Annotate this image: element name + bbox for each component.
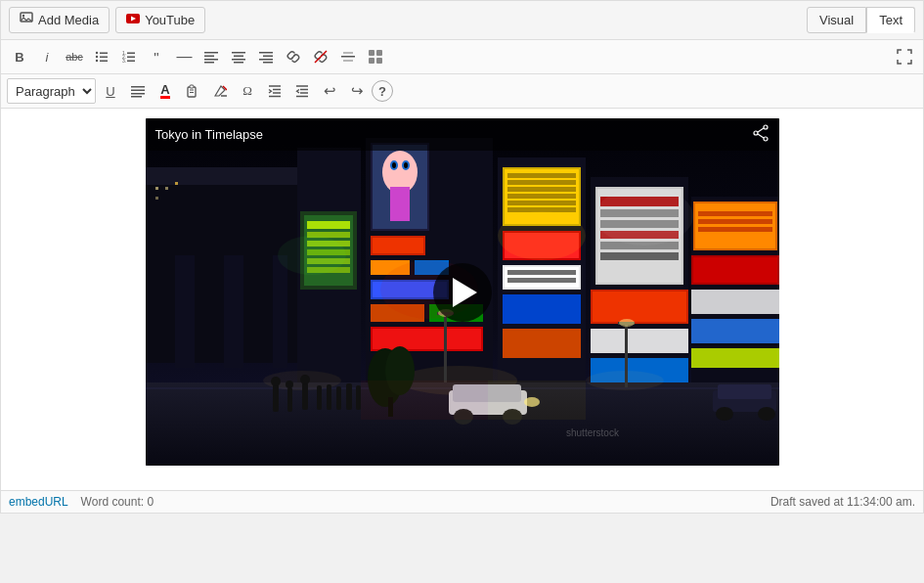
svg-point-179 [498, 211, 586, 260]
add-media-button[interactable]: Add Media [9, 7, 110, 33]
bold-button[interactable]: B [7, 44, 32, 69]
svg-line-59 [758, 134, 764, 138]
svg-rect-24 [259, 52, 273, 54]
svg-rect-175 [488, 381, 586, 420]
svg-rect-11 [127, 53, 135, 55]
svg-point-55 [764, 125, 768, 129]
svg-rect-139 [691, 348, 779, 368]
justify-button[interactable] [125, 78, 151, 104]
svg-rect-9 [100, 61, 108, 63]
svg-rect-136 [693, 257, 777, 283]
share-icon[interactable] [752, 124, 770, 145]
svg-point-152 [716, 407, 733, 421]
svg-point-153 [758, 407, 775, 421]
svg-rect-174 [361, 381, 488, 420]
svg-rect-90 [373, 238, 423, 253]
view-toggle: Visual Text [807, 7, 915, 33]
svg-rect-68 [165, 187, 168, 190]
svg-rect-154 [273, 384, 279, 412]
svg-rect-112 [507, 270, 576, 275]
svg-rect-126 [593, 292, 686, 322]
svg-rect-84 [390, 187, 410, 221]
svg-rect-138 [691, 319, 779, 343]
embed-url-link[interactable]: embedURL [9, 495, 67, 509]
content-area[interactable]: Tokyo in Timelapse [1, 109, 923, 490]
svg-rect-18 [204, 59, 218, 61]
svg-rect-21 [234, 56, 243, 58]
svg-rect-17 [204, 56, 214, 58]
unordered-list-button[interactable] [89, 44, 114, 69]
horizontal-rule-button[interactable]: — [171, 44, 197, 69]
svg-rect-104 [507, 187, 576, 192]
undo-button[interactable]: ↩ [317, 78, 342, 104]
top-toolbar-left: Add Media YouTube [9, 7, 205, 33]
svg-rect-69 [155, 197, 158, 200]
svg-point-155 [271, 377, 281, 386]
svg-point-177 [278, 236, 346, 275]
svg-rect-151 [718, 384, 771, 399]
svg-rect-74 [307, 221, 350, 229]
svg-line-28 [291, 55, 295, 59]
video-title-bar: Tokyo in Timelapse [146, 118, 779, 151]
special-char-button[interactable]: Ω [235, 78, 260, 104]
status-bar: embedURL Word count: 0 Draft saved at 11… [1, 490, 923, 513]
align-right-button[interactable] [253, 44, 279, 69]
video-embed: Tokyo in Timelapse [146, 118, 779, 466]
svg-rect-22 [232, 59, 245, 61]
toolbar-toggle-button[interactable] [363, 44, 388, 69]
svg-rect-65 [224, 255, 243, 368]
svg-rect-160 [317, 385, 322, 410]
play-button[interactable] [433, 263, 492, 322]
svg-point-6 [96, 56, 98, 58]
svg-rect-27 [263, 62, 273, 64]
svg-rect-16 [204, 52, 218, 54]
insert-link-button[interactable] [281, 44, 306, 69]
svg-point-1 [22, 15, 24, 17]
unlink-button[interactable] [308, 44, 333, 69]
svg-rect-168 [444, 314, 447, 382]
text-color-button[interactable]: A [153, 78, 178, 104]
svg-point-4 [96, 52, 98, 54]
align-center-button[interactable] [226, 44, 251, 69]
insert-readmore-button[interactable] [335, 44, 361, 69]
svg-rect-39 [131, 93, 145, 95]
svg-rect-30 [341, 56, 355, 58]
underline-button[interactable]: U [98, 78, 123, 104]
decrease-indent-button[interactable] [289, 78, 315, 104]
blockquote-button[interactable]: " [144, 44, 169, 69]
svg-rect-105 [507, 194, 576, 199]
ordered-list-button[interactable]: 1.2.3. [116, 44, 142, 69]
increase-indent-button[interactable] [262, 78, 287, 104]
fullscreen-button[interactable] [892, 44, 917, 69]
youtube-button[interactable]: YouTube [115, 7, 205, 33]
paste-as-text-button[interactable] [180, 78, 205, 104]
svg-rect-132 [698, 211, 772, 216]
svg-rect-36 [376, 58, 382, 64]
svg-rect-20 [232, 52, 245, 54]
clear-formatting-button[interactable] [207, 78, 233, 104]
svg-rect-161 [327, 384, 331, 410]
svg-rect-38 [131, 90, 145, 92]
svg-rect-131 [695, 203, 775, 248]
help-button[interactable]: ? [372, 80, 393, 102]
svg-rect-15 [127, 61, 135, 63]
paragraph-select[interactable]: Paragraph Heading 1 Heading 2 Heading 3 [7, 78, 96, 104]
svg-rect-34 [376, 50, 382, 56]
editor-wrapper: Add Media YouTube Visual Text B i abc [0, 0, 924, 514]
visual-view-button[interactable]: Visual [807, 7, 866, 33]
top-toolbar: Add Media YouTube Visual Text [1, 1, 923, 40]
svg-rect-102 [507, 173, 576, 178]
strikethrough-button[interactable]: abc [62, 44, 87, 69]
align-left-button[interactable] [198, 44, 224, 69]
svg-rect-13 [127, 57, 135, 59]
svg-rect-66 [273, 255, 287, 368]
redo-button[interactable]: ↪ [344, 78, 370, 104]
svg-rect-5 [100, 53, 108, 55]
svg-rect-133 [698, 219, 772, 224]
svg-point-56 [764, 137, 768, 141]
text-view-button[interactable]: Text [866, 7, 915, 33]
svg-rect-26 [259, 59, 273, 61]
svg-rect-162 [336, 386, 341, 410]
svg-rect-33 [369, 50, 374, 56]
italic-button[interactable]: i [34, 44, 60, 69]
